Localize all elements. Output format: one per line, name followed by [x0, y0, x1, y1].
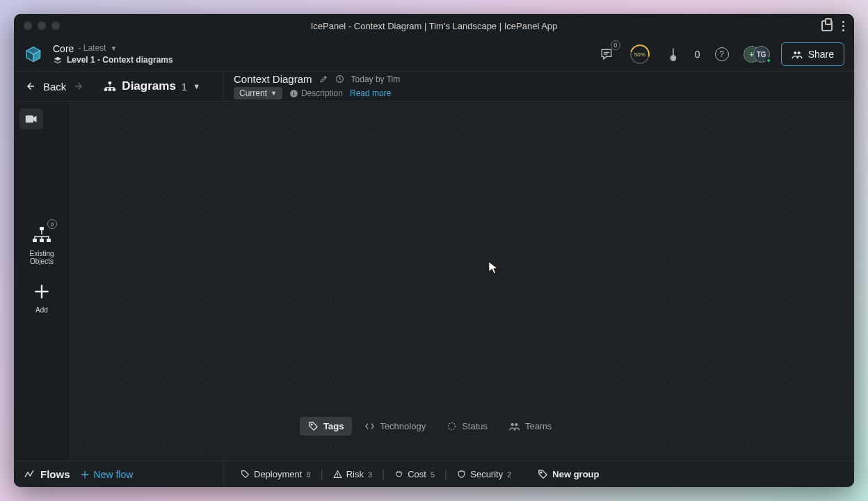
flows-label: Flows	[40, 468, 70, 480]
tag-deployment[interactable]: Deployment 8	[234, 466, 318, 482]
edit-icon[interactable]	[319, 74, 328, 84]
tab-label: Status	[462, 421, 488, 431]
window-titlebar: IcePanel - Context Diagram | Tim's Lands…	[14, 14, 854, 38]
share-button[interactable]: Share	[781, 42, 844, 66]
new-group-label: New group	[552, 469, 599, 479]
gauge-value: 50%	[632, 46, 648, 63]
svg-point-19	[515, 423, 517, 426]
back-button[interactable]	[24, 80, 36, 93]
status-icon	[447, 421, 457, 431]
svg-rect-12	[40, 227, 44, 230]
existing-objects-label: Existing Objects	[22, 250, 61, 265]
add-button[interactable]: Add	[22, 280, 61, 314]
svg-point-0	[672, 56, 675, 59]
presence-dot-icon	[766, 58, 771, 63]
tags-icon	[308, 421, 319, 431]
clock-icon	[335, 74, 344, 84]
version-label: Latest	[83, 43, 106, 53]
diagram-title: Context Diagram	[234, 73, 312, 85]
svg-rect-15	[47, 239, 51, 242]
description-chip[interactable]: Description	[289, 88, 343, 98]
traffic-close[interactable]	[24, 22, 32, 30]
tag-count: 3	[368, 470, 372, 479]
tag-count: 5	[431, 470, 435, 479]
svg-point-18	[511, 423, 514, 426]
window-title: IcePanel - Context Diagram | Tim's Lands…	[14, 21, 854, 31]
tab-label: Tags	[323, 421, 344, 431]
forward-button[interactable]	[73, 80, 86, 93]
tag-label: Cost	[408, 469, 426, 479]
app-logo-icon[interactable]	[24, 45, 43, 64]
mouse-cursor-icon	[488, 260, 500, 276]
tag-risk[interactable]: Risk 3	[326, 466, 379, 482]
footer-bar: Flows New flow Deployment 8 | Risk 3 |	[14, 461, 854, 487]
traffic-max[interactable]	[51, 22, 60, 30]
camera-button[interactable]	[19, 109, 43, 129]
svg-rect-3	[108, 81, 112, 84]
back-label: Back	[43, 81, 66, 93]
window-menu-icon[interactable]	[842, 21, 844, 31]
svg-rect-11	[26, 116, 33, 123]
progress-gauge[interactable]: 50%	[628, 42, 652, 66]
existing-objects-button[interactable]: 0 Existing Objects	[22, 223, 61, 265]
comments-badge: 0	[611, 40, 620, 50]
chevron-down-icon: ▼	[271, 90, 277, 97]
app-header: Core - Latest ▼ Level 1 - Context diagra…	[14, 38, 854, 71]
tag-plus-icon	[538, 469, 548, 479]
state-dropdown[interactable]: Current ▼	[234, 87, 282, 100]
svg-rect-13	[33, 239, 37, 242]
flows-icon	[24, 469, 35, 480]
new-flow-button[interactable]: New flow	[80, 469, 134, 480]
layers-icon	[53, 56, 63, 65]
plus-icon	[33, 283, 51, 301]
svg-point-17	[449, 423, 456, 430]
svg-rect-5	[108, 88, 112, 91]
tag-cost[interactable]: Cost 5	[387, 466, 442, 482]
flows-button[interactable]: Flows	[24, 468, 70, 480]
share-label: Share	[808, 49, 834, 60]
diagram-canvas[interactable]: Tags Technology Status Teams	[70, 102, 854, 461]
tag-label: Deployment	[254, 469, 302, 479]
presence-avatars[interactable]: + TG	[744, 45, 771, 63]
tab-technology[interactable]: Technology	[356, 417, 434, 436]
subheader: Back Diagrams 1 ▼ Context Diagram	[14, 71, 854, 102]
filter-tabs: Tags Technology Status Teams	[300, 417, 560, 436]
tab-teams[interactable]: Teams	[500, 417, 560, 436]
new-group-button[interactable]: New group	[531, 466, 606, 482]
tab-label: Teams	[525, 421, 552, 431]
svg-rect-10	[294, 91, 294, 92]
tag-security[interactable]: Security 2	[450, 466, 518, 482]
tab-tags[interactable]: Tags	[300, 417, 352, 436]
readmore-link[interactable]: Read more	[350, 88, 391, 98]
chevron-down-icon: ▼	[193, 82, 200, 90]
svg-point-2	[797, 51, 800, 54]
breadcrumb[interactable]: Core - Latest ▼ Level 1 - Context diagra…	[53, 43, 173, 65]
project-name: Core	[53, 43, 74, 54]
diagrams-count: 1	[182, 81, 187, 93]
tab-status[interactable]: Status	[438, 417, 496, 436]
help-button[interactable]: ?	[710, 42, 734, 66]
tab-label: Technology	[380, 421, 426, 431]
code-icon	[364, 421, 375, 431]
thermometer-icon[interactable]	[661, 42, 685, 66]
traffic-min[interactable]	[38, 22, 46, 30]
svg-point-16	[311, 424, 312, 425]
chevron-down-icon: ▼	[110, 45, 117, 53]
tag-icon	[241, 470, 250, 479]
cost-icon	[394, 470, 403, 479]
extensions-icon[interactable]	[821, 20, 833, 31]
existing-objects-badge: 0	[47, 219, 57, 229]
sitemap-icon	[104, 81, 116, 92]
tag-count: 8	[306, 470, 310, 479]
info-icon	[289, 89, 298, 98]
diagrams-dropdown[interactable]: Diagrams 1 ▼	[104, 79, 200, 93]
tag-label: Security	[470, 469, 503, 479]
svg-rect-9	[294, 93, 294, 95]
comments-button[interactable]: 0	[595, 42, 618, 66]
left-tool-rail: 0 Existing Objects Add	[14, 102, 70, 461]
svg-point-22	[540, 472, 542, 473]
svg-rect-14	[40, 239, 44, 242]
shield-icon	[457, 470, 466, 479]
state-label: Current	[239, 88, 267, 98]
new-flow-label: New flow	[94, 469, 134, 480]
